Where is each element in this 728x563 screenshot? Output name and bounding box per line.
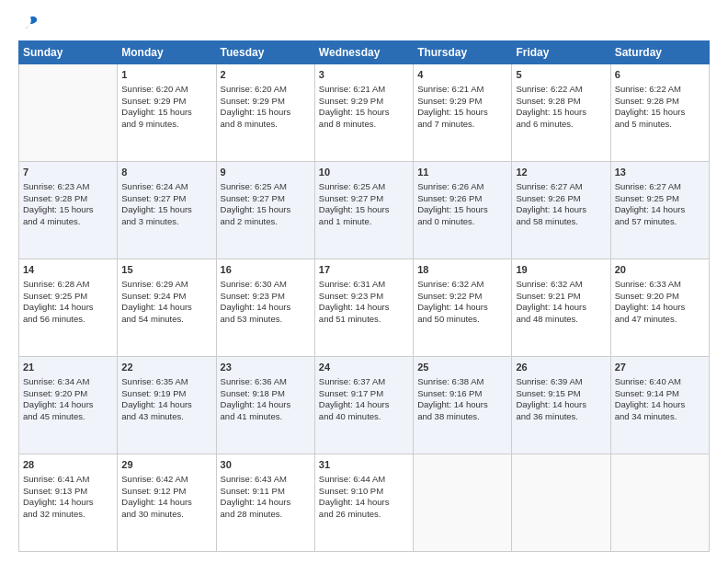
- calendar-day-cell: 16Sunrise: 6:30 AMSunset: 9:23 PMDayligh…: [216, 259, 314, 357]
- calendar-day-header: Tuesday: [216, 41, 314, 64]
- calendar-day-cell: 14Sunrise: 6:28 AMSunset: 9:25 PMDayligh…: [19, 259, 118, 357]
- day-number: 12: [516, 166, 606, 179]
- page: SundayMondayTuesdayWednesdayThursdayFrid…: [0, 0, 728, 563]
- calendar-day-header: Wednesday: [314, 41, 413, 64]
- calendar-day-cell: 27Sunrise: 6:40 AMSunset: 9:14 PMDayligh…: [610, 357, 709, 454]
- day-number: 16: [221, 263, 311, 277]
- day-number: 9: [221, 166, 311, 179]
- day-number: 2: [221, 68, 311, 82]
- calendar-day-cell: 17Sunrise: 6:31 AMSunset: 9:23 PMDayligh…: [314, 259, 413, 357]
- calendar-day-cell: 23Sunrise: 6:36 AMSunset: 9:18 PMDayligh…: [216, 357, 314, 454]
- day-number: 7: [23, 166, 113, 179]
- day-number: 29: [121, 458, 211, 472]
- calendar-day-cell: 20Sunrise: 6:33 AMSunset: 9:20 PMDayligh…: [610, 259, 709, 357]
- calendar-day-cell: 26Sunrise: 6:39 AMSunset: 9:15 PMDayligh…: [512, 357, 610, 454]
- calendar-week-row: 21Sunrise: 6:34 AMSunset: 9:20 PMDayligh…: [19, 357, 710, 454]
- calendar-day-cell: 8Sunrise: 6:24 AMSunset: 9:27 PMDaylight…: [118, 162, 216, 259]
- day-number: 22: [121, 361, 211, 374]
- calendar-day-cell: 1Sunrise: 6:20 AMSunset: 9:29 PMDaylight…: [118, 64, 216, 162]
- calendar-table: SundayMondayTuesdayWednesdayThursdayFrid…: [18, 40, 710, 552]
- day-number: 5: [516, 68, 606, 82]
- header: [18, 15, 710, 31]
- calendar-day-cell: 28Sunrise: 6:41 AMSunset: 9:13 PMDayligh…: [19, 454, 118, 552]
- calendar-day-header: Thursday: [414, 41, 512, 64]
- calendar-day-cell: 12Sunrise: 6:27 AMSunset: 9:26 PMDayligh…: [512, 162, 610, 259]
- calendar-day-cell: 7Sunrise: 6:23 AMSunset: 9:28 PMDaylight…: [19, 162, 118, 259]
- day-number: 13: [615, 166, 705, 179]
- calendar-day-header: Saturday: [610, 41, 709, 64]
- calendar-week-row: 14Sunrise: 6:28 AMSunset: 9:25 PMDayligh…: [19, 259, 710, 357]
- calendar-day-cell: 24Sunrise: 6:37 AMSunset: 9:17 PMDayligh…: [314, 357, 413, 454]
- day-number: 3: [319, 68, 409, 82]
- day-number: 20: [615, 263, 705, 277]
- calendar-day-cell: 29Sunrise: 6:42 AMSunset: 9:12 PMDayligh…: [118, 454, 216, 552]
- calendar-header-row: SundayMondayTuesdayWednesdayThursdayFrid…: [19, 41, 710, 64]
- calendar-day-cell: [512, 454, 610, 552]
- day-number: 31: [319, 458, 409, 472]
- calendar-day-cell: 6Sunrise: 6:22 AMSunset: 9:28 PMDaylight…: [610, 64, 709, 162]
- calendar-day-cell: 5Sunrise: 6:22 AMSunset: 9:28 PMDaylight…: [512, 64, 610, 162]
- day-number: 28: [23, 458, 113, 472]
- calendar-week-row: 28Sunrise: 6:41 AMSunset: 9:13 PMDayligh…: [19, 454, 710, 552]
- calendar-day-cell: 2Sunrise: 6:20 AMSunset: 9:29 PMDaylight…: [216, 64, 314, 162]
- calendar-day-cell: [19, 64, 118, 162]
- calendar-day-header: Sunday: [19, 41, 118, 64]
- calendar-day-cell: [414, 454, 512, 552]
- day-number: 4: [417, 68, 507, 82]
- day-number: 26: [516, 361, 606, 374]
- day-number: 30: [221, 458, 311, 472]
- calendar-day-cell: 22Sunrise: 6:35 AMSunset: 9:19 PMDayligh…: [118, 357, 216, 454]
- calendar-day-cell: 13Sunrise: 6:27 AMSunset: 9:25 PMDayligh…: [610, 162, 709, 259]
- calendar-day-cell: 10Sunrise: 6:25 AMSunset: 9:27 PMDayligh…: [314, 162, 413, 259]
- day-number: 19: [516, 263, 606, 277]
- day-number: 25: [417, 361, 507, 374]
- day-number: 11: [417, 166, 507, 179]
- calendar-day-cell: 15Sunrise: 6:29 AMSunset: 9:24 PMDayligh…: [118, 259, 216, 357]
- day-number: 18: [417, 263, 507, 277]
- day-number: 6: [615, 68, 705, 82]
- calendar-day-cell: 4Sunrise: 6:21 AMSunset: 9:29 PMDaylight…: [414, 64, 512, 162]
- day-number: 23: [221, 361, 311, 374]
- calendar-day-header: Friday: [512, 41, 610, 64]
- calendar-week-row: 7Sunrise: 6:23 AMSunset: 9:28 PMDaylight…: [19, 162, 710, 259]
- calendar-day-cell: 30Sunrise: 6:43 AMSunset: 9:11 PMDayligh…: [216, 454, 314, 552]
- calendar-day-cell: 21Sunrise: 6:34 AMSunset: 9:20 PMDayligh…: [19, 357, 118, 454]
- day-number: 15: [121, 263, 211, 277]
- logo-bird-icon: [22, 15, 39, 31]
- calendar-day-cell: 3Sunrise: 6:21 AMSunset: 9:29 PMDaylight…: [314, 64, 413, 162]
- calendar-day-cell: [610, 454, 709, 552]
- day-number: 27: [615, 361, 705, 374]
- calendar-day-cell: 11Sunrise: 6:26 AMSunset: 9:26 PMDayligh…: [414, 162, 512, 259]
- calendar-week-row: 1Sunrise: 6:20 AMSunset: 9:29 PMDaylight…: [19, 64, 710, 162]
- calendar-day-header: Monday: [118, 41, 216, 64]
- day-number: 1: [121, 68, 211, 82]
- logo: [18, 15, 40, 31]
- calendar-day-cell: 19Sunrise: 6:32 AMSunset: 9:21 PMDayligh…: [512, 259, 610, 357]
- day-number: 14: [23, 263, 113, 277]
- day-number: 24: [319, 361, 409, 374]
- calendar-day-cell: 25Sunrise: 6:38 AMSunset: 9:16 PMDayligh…: [414, 357, 512, 454]
- day-number: 21: [23, 361, 113, 374]
- calendar-day-cell: 9Sunrise: 6:25 AMSunset: 9:27 PMDaylight…: [216, 162, 314, 259]
- calendar-day-cell: 31Sunrise: 6:44 AMSunset: 9:10 PMDayligh…: [314, 454, 413, 552]
- day-number: 8: [121, 166, 211, 179]
- day-number: 10: [319, 166, 409, 179]
- day-number: 17: [319, 263, 409, 277]
- calendar-day-cell: 18Sunrise: 6:32 AMSunset: 9:22 PMDayligh…: [414, 259, 512, 357]
